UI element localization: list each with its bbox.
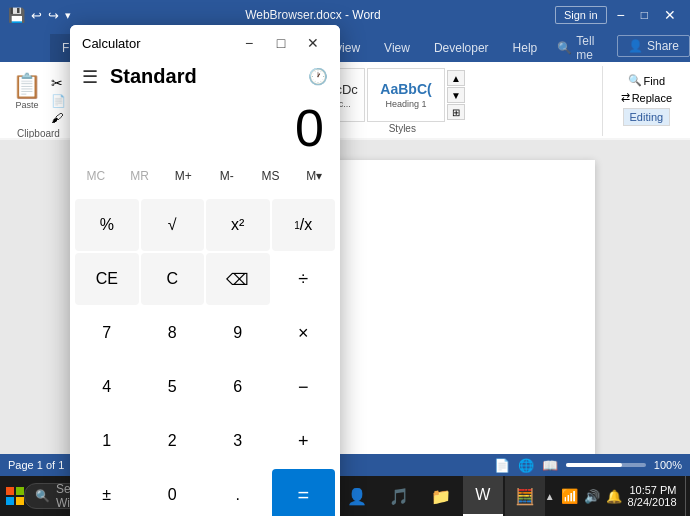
calc-header: ☰ Standard 🕐 (70, 61, 340, 88)
taskbar-word[interactable]: W (463, 476, 503, 516)
windows-logo (6, 487, 24, 505)
styles-scroll-up[interactable]: ▲ (447, 70, 465, 86)
key-square[interactable]: x² (206, 199, 270, 251)
taskbar-folder[interactable]: 📁 (421, 476, 461, 516)
calc-titlebar: Calculator − □ ✕ (70, 25, 340, 61)
key-divide[interactable]: ÷ (272, 253, 336, 305)
calc-buttons-grid: % √ x² 1/x CE C ⌫ ÷ 7 8 9 × 4 5 6 − 1 2 … (70, 198, 340, 516)
tray-up-arrow[interactable]: ▲ (545, 491, 555, 502)
key-negate[interactable]: ± (75, 469, 139, 516)
calculator-window: Calculator − □ ✕ ☰ Standard 🕐 0 MC MR M+… (70, 25, 340, 516)
mem-btn-mr[interactable]: MR (118, 158, 162, 194)
taskbar-person[interactable]: 👤 (337, 476, 377, 516)
taskbar-calculator[interactable]: 🧮 (505, 476, 545, 516)
start-button[interactable] (6, 476, 24, 516)
key-equals[interactable]: = (272, 469, 336, 516)
calc-minimize[interactable]: − (234, 29, 264, 57)
tab-developer[interactable]: Developer (422, 34, 501, 62)
mem-btn-mrecall[interactable]: M▾ (292, 158, 336, 194)
find-button[interactable]: 🔍Find (624, 72, 669, 89)
calc-display: 0 (70, 88, 340, 158)
editing-group-content: 🔍Find ⇄Replace (617, 68, 676, 106)
view-read-icon[interactable]: 📖 (542, 458, 558, 473)
calc-title: Calculator (82, 36, 141, 51)
key-subtract[interactable]: − (272, 361, 336, 413)
key-sqrt[interactable]: √ (141, 199, 205, 251)
key-decimal[interactable]: . (206, 469, 270, 516)
zoom-level[interactable]: 100% (654, 459, 682, 471)
close-word[interactable]: ✕ (658, 3, 682, 27)
maximize-word[interactable]: □ (635, 4, 654, 26)
win-logo-blue (6, 497, 14, 505)
key-reciprocal[interactable]: 1/x (272, 199, 336, 251)
win-logo-green (16, 487, 24, 495)
win-logo-red (6, 487, 14, 495)
key-1[interactable]: 1 (75, 415, 139, 467)
word-undo-icon[interactable]: ↩ (31, 8, 42, 23)
calc-title-controls: − □ ✕ (234, 29, 328, 57)
calc-result: 0 (295, 102, 324, 154)
taskbar-search-icon: 🔍 (35, 489, 50, 503)
key-6[interactable]: 6 (206, 361, 270, 413)
search-ribbon-icon: 🔍 (557, 41, 572, 55)
mem-btn-ms[interactable]: MS (249, 158, 293, 194)
view-web-icon[interactable]: 🌐 (518, 458, 534, 473)
mem-btn-mplus[interactable]: M+ (161, 158, 205, 194)
tell-me-label[interactable]: Tell me (576, 34, 607, 62)
key-8[interactable]: 8 (141, 307, 205, 359)
paste-button[interactable]: 📋 Paste (8, 70, 46, 112)
editing-badge[interactable]: Editing (623, 108, 671, 126)
key-5[interactable]: 5 (141, 361, 205, 413)
taskbar-time-display: 10:57 PM (629, 484, 676, 496)
calc-close[interactable]: ✕ (298, 29, 328, 57)
sign-in-button[interactable]: Sign in (555, 6, 607, 24)
styles-scroll-down[interactable]: ▼ (447, 87, 465, 103)
word-title: WebBrowser.docx - Word (71, 8, 555, 22)
key-clear[interactable]: C (141, 253, 205, 305)
taskbar-date-display: 8/24/2018 (628, 496, 677, 508)
mem-btn-mminus[interactable]: M- (205, 158, 249, 194)
key-3[interactable]: 3 (206, 415, 270, 467)
mem-btn-mc[interactable]: MC (74, 158, 118, 194)
replace-button[interactable]: ⇄Replace (617, 89, 676, 106)
calc-mode: Standard (110, 65, 197, 88)
word-redo-icon[interactable]: ↪ (48, 8, 59, 23)
key-4[interactable]: 4 (75, 361, 139, 413)
tab-help[interactable]: Help (501, 34, 550, 62)
key-multiply[interactable]: × (272, 307, 336, 359)
minimize-word[interactable]: − (611, 3, 631, 27)
key-percent[interactable]: % (75, 199, 139, 251)
cut-button[interactable]: ✂ (48, 74, 69, 92)
network-icon[interactable]: 📶 (561, 488, 578, 504)
calc-memory-row: MC MR M+ M- MS M▾ (70, 158, 340, 198)
calc-hamburger-menu[interactable]: ☰ (82, 66, 98, 88)
taskbar-system-tray: ▲ 📶 🔊 🔔 10:57 PM 8/24/2018 (545, 476, 690, 516)
taskbar-music[interactable]: 🎵 (379, 476, 419, 516)
tab-view[interactable]: View (372, 34, 422, 62)
page-info: Page 1 of 1 (8, 459, 64, 471)
key-backspace[interactable]: ⌫ (206, 253, 270, 305)
key-7[interactable]: 7 (75, 307, 139, 359)
key-add[interactable]: + (272, 415, 336, 467)
calc-maximize[interactable]: □ (266, 29, 296, 57)
key-ce[interactable]: CE (75, 253, 139, 305)
zoom-slider[interactable] (566, 463, 646, 467)
styles-expand[interactable]: ⊞ (447, 104, 465, 120)
key-2[interactable]: 2 (141, 415, 205, 467)
calc-history-icon[interactable]: 🕐 (308, 67, 328, 86)
show-desktop[interactable] (685, 476, 690, 516)
word-save-icon[interactable]: 💾 (8, 7, 25, 23)
notification-icon[interactable]: 🔔 (606, 489, 622, 504)
key-0[interactable]: 0 (141, 469, 205, 516)
win-logo-yellow (16, 497, 24, 505)
style-heading1[interactable]: AaBbC( Heading 1 (367, 68, 445, 122)
share-button[interactable]: 👤Share (617, 35, 690, 57)
view-print-icon[interactable]: 📄 (494, 458, 510, 473)
copy-button[interactable]: 📄 (48, 93, 69, 109)
key-9[interactable]: 9 (206, 307, 270, 359)
taskbar-clock[interactable]: 10:57 PM 8/24/2018 (628, 484, 677, 508)
volume-icon[interactable]: 🔊 (584, 489, 600, 504)
format-painter-button[interactable]: 🖌 (48, 110, 69, 126)
